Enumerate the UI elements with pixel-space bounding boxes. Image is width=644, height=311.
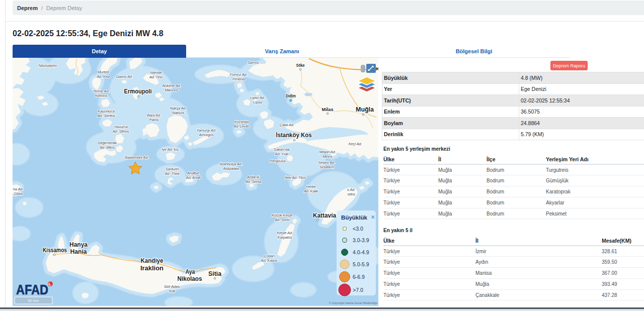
svg-text:Ardacık: Ardacık [247,175,260,179]
svg-text:Söke: Söke [296,63,305,68]
svg-text:Kriti: Kriti [169,289,176,293]
svg-text:Sirit Adası: Sirit Adası [164,284,180,289]
svg-text:Terme Ad.: Terme Ad. [93,89,110,93]
svg-text:Ad. Sirina: Ad. Sirina [245,179,261,184]
svg-text:Kissamos: Kissamos [43,247,67,254]
svg-text:Ad. Serifos: Ad. Serifos [97,114,115,118]
svg-text:Çoban: Çoban [264,254,274,258]
svg-text:Seskılı Ad.: Seskılı Ad. [318,160,335,165]
svg-text:Samos: Samos [248,60,259,65]
svg-text:Naksos: Naksos [172,111,185,115]
svg-text:Nisosalyino: Nisosalyino [39,63,57,68]
svg-text:Paros: Paros [149,118,159,122]
svg-text:Miskin Ad.: Miskin Ad. [319,150,336,154]
svg-text:Değirmenlik: Değirmenlik [98,141,117,145]
svg-text:Balıkendre Ad.: Balıkendre Ad. [125,155,149,160]
svg-text:Koçboba: Koçboba [234,120,249,124]
svg-text:Yamurgı Ad.: Yamurgı Ad. [196,128,216,133]
svg-text:Yavuzca: Yavuzca [114,125,127,129]
svg-text:Lipso Ad.: Lipso Ad. [250,95,265,100]
svg-text:Gbira: Gbira [14,191,23,196]
svg-text:Ad. Kea: Ad. Kea [96,74,110,79]
svg-text:Küçük Kerpe: Küçük Kerpe [272,213,292,218]
svg-text:Fimena: Fimena [232,77,245,81]
svg-text:İstendir: İstendir [150,70,162,75]
svg-text:Kithnos: Kithnos [95,93,107,98]
svg-text:Kayunluca: Kayunluca [98,109,115,114]
svg-text:Milas: Milas [322,107,334,112]
svg-text:Iraklion: Iraklion [140,265,164,272]
svg-text:Aya: Aya [186,268,196,275]
svg-text:Mikonos: Mikonos [165,88,179,92]
svg-text:Kar: Kar [376,66,378,71]
svg-text:Büyüklük: Büyüklük [341,215,367,221]
svg-text:Bara Ad.: Bara Ad. [147,113,161,118]
svg-text:5.0-5.9: 5.0-5.9 [353,261,369,267]
svg-text:<3.0: <3.0 [353,226,363,232]
svg-text:Astipalaia: Astipalaia [222,166,238,171]
svg-text:Hanya: Hanya [69,241,88,248]
svg-text:Kerpe Ad.: Kerpe Ad. [277,231,293,235]
svg-text:>7.0: >7.0 [353,287,363,293]
svg-text:Ad. Yıalı: Ad. Yıalı [275,152,289,156]
svg-text:İleki Ad. Tilos: İleki Ad. Tilos [285,175,306,180]
svg-text:İstanköy Kos: İstanköy Kos [276,131,312,139]
svg-text:6-6.9: 6-6.9 [353,274,365,280]
svg-text:Amorgos: Amorgos [199,133,214,137]
svg-text:İ! Copyright Harita Genel Müdü: İ! Copyright Harita Genel Müdürlüğü [329,301,377,304]
svg-text:Nikolaos: Nikolaos [178,275,202,282]
svg-text:Muğla: Muğla [356,106,374,113]
svg-text:Herke: Herke [306,184,315,189]
svg-text:Lipsa: Lipsa [253,100,262,105]
svg-text:AFAD: AFAD [16,282,48,297]
svg-text:İstanbulya Ad.: İstanbulya Ad. [219,162,242,166]
svg-text:Aokene Ad.: Aokene Ad. [162,83,181,88]
svg-text:Pergousa: Pergousa [270,159,286,163]
svg-text:Keçi Ad.: Keçi Ad. [349,142,362,146]
svg-text:3.0-3.9: 3.0-3.9 [353,237,369,243]
svg-text:50 km: 50 km [28,298,39,303]
svg-text:ha Ad.: ha Ad. [13,187,24,191]
svg-text:Ad. Sifnos: Ad. Sifnos [112,129,129,134]
svg-text:Ad. Milos: Ad. Milos [99,145,115,150]
svg-text:Minos: Minos [323,154,333,159]
svg-text:✕: ✕ [370,214,375,220]
svg-text:Hania: Hania [70,248,88,255]
svg-text:Anafiye: Anafiye [187,171,199,175]
svg-text:SesAtion: SesAtion [319,165,334,169]
svg-text:Çatal Ad.: Çatal Ad. [279,123,294,127]
svg-text:Ad. Levito: Ad. Levito [233,124,250,129]
svg-text:Murted: Murted [98,70,109,74]
svg-text:Didim: Didim [286,93,296,98]
svg-text:Ad. Kasos: Ad. Kasos [261,258,278,263]
svg-text:Sakarcılar: Sakarcılar [274,147,290,152]
svg-text:Ad. Thira: Ad. Thira [164,171,179,176]
svg-text:Nakşa Ad.: Nakşa Ad. [170,106,187,111]
svg-text:İye Ad. İos: İye Ad. İos [162,147,179,152]
svg-text:xdos: xdos [347,192,355,196]
svg-text:Ad. Sorio: Ad. Sorio [274,218,290,222]
svg-text:s Ad.: s Ad. [347,187,355,192]
svg-text:Kattavia: Kattavia [313,212,337,219]
svg-text:Santurin: Santurin [166,167,179,171]
svg-text:Ad. Kalki: Ad. Kalki [303,189,318,193]
svg-text:4.0-4.9: 4.0-4.9 [353,249,369,255]
svg-text:Sitia: Sitia [208,270,222,277]
svg-text:Ermoupoli: Ermoupoli [124,87,152,95]
svg-text:Karpatos: Karpatos [278,235,292,240]
svg-text:Fornoz Ad.: Fornoz Ad. [230,72,248,77]
svg-text:Kandiye: Kandiye [141,257,164,264]
svg-text:Ad. Anafi: Ad. Anafi [186,175,201,180]
svg-text:Ad. Tino: Ad. Tino [149,75,163,79]
svg-text:Giaros Ad.: Giaros Ad. [116,74,133,79]
